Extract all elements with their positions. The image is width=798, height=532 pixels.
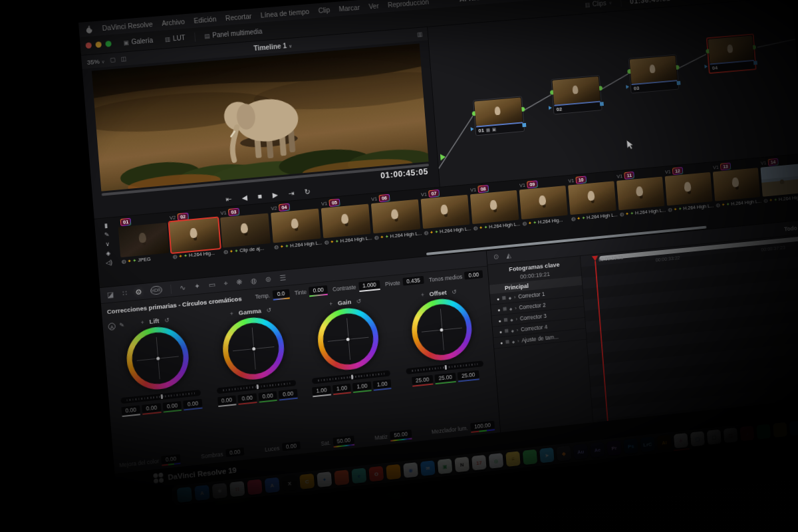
menu-item[interactable]: Reproducción xyxy=(388,0,430,9)
timeline-clip[interactable]: V1 08 ◍ ✦ ✦ H.264 High L... xyxy=(469,182,521,250)
dock-icon-app-blue[interactable] xyxy=(789,420,798,436)
menu-item[interactable]: Clip xyxy=(318,5,330,14)
transport-button[interactable]: ⇥ xyxy=(288,189,295,198)
timeline-clip[interactable]: V2 04 ◍ ✦ ✦ H.264 High L... xyxy=(269,200,323,269)
lift-color-wheel[interactable] xyxy=(124,324,191,392)
dock-icon-fl-studio[interactable]: ◆ xyxy=(557,446,571,462)
timeline-clip[interactable]: V1 13 ◍ ✦ ✦ H.264 High L... xyxy=(712,160,763,227)
clip-thumbnail[interactable] xyxy=(713,168,760,201)
keyframe-icon[interactable]: ▦ xyxy=(504,328,509,333)
close-button[interactable] xyxy=(85,43,92,49)
timeline-clip[interactable]: V1 07 ◍ ✦ ✦ H.264 High L... xyxy=(420,186,473,255)
dock-icon-find-my[interactable]: ◎ xyxy=(489,453,503,469)
clip-thumbnail[interactable] xyxy=(568,181,616,215)
dock-icon-mail[interactable]: ✉ xyxy=(420,460,436,476)
dock-icon-whatsapp[interactable] xyxy=(523,450,537,466)
timeline-clip[interactable]: V1 11 ◍ ✦ ✦ H.264 High L... xyxy=(615,168,667,236)
lut-button[interactable]: ▥LUT xyxy=(162,33,188,45)
dock-icon-telegram[interactable]: ➤ xyxy=(539,448,554,464)
menu-item[interactable]: Recortar xyxy=(225,12,252,22)
tab-curves[interactable]: ∿ xyxy=(180,283,186,293)
dock-icon-firefox[interactable] xyxy=(386,464,401,480)
clip-thumbnail[interactable] xyxy=(760,164,798,197)
node-01[interactable]: 01▦▣ xyxy=(473,96,525,136)
crosshair-icon[interactable]: + xyxy=(329,300,333,307)
timeline-clip[interactable]: V1 14 ◍ ✦ ✦ H.264 High... xyxy=(759,155,798,222)
dock-icon-chrome[interactable]: ◉ xyxy=(403,462,418,478)
timeline-clip[interactable]: V1 09 ◍ ✦ ✦ H.264 Hig... xyxy=(518,177,571,245)
tab-camera-raw[interactable]: ◪ xyxy=(106,290,114,299)
reset-icon[interactable]: ↺ xyxy=(356,297,361,305)
enable-dot-icon[interactable]: ● xyxy=(500,340,503,344)
node-04-selected[interactable]: 04 xyxy=(706,33,757,74)
dock-icon-capcut[interactable]: C xyxy=(299,473,315,489)
monitor-output-button[interactable]: ▭∨ xyxy=(684,0,701,1)
timeline-tool-icon[interactable]: ◈ xyxy=(106,250,111,257)
value-box[interactable]: 0.00 xyxy=(464,270,483,279)
clip-thumbnail[interactable] xyxy=(118,223,170,257)
diamond-icon[interactable]: ◆ xyxy=(508,295,511,300)
diamond-icon[interactable]: ◆ xyxy=(510,317,513,322)
transport-button[interactable]: ▶ xyxy=(272,190,278,200)
tab-color-wheels[interactable]: ⊙ xyxy=(135,287,142,297)
timeline-tool-icon[interactable]: ✎ xyxy=(104,231,109,239)
apple-menu-icon[interactable] xyxy=(85,25,93,34)
dock-icon-photos[interactable]: ✳ xyxy=(674,433,688,448)
tab-power-windows[interactable]: ▭ xyxy=(208,280,215,289)
chevron-right-icon[interactable]: › xyxy=(515,316,517,322)
dock-icon-notes[interactable]: ≡ xyxy=(505,451,520,467)
dock-icon-edge[interactable]: e xyxy=(351,467,366,483)
dock-icon-photoshop[interactable]: Ps xyxy=(624,438,638,454)
viewer-zoom-select[interactable]: 35% ∨ xyxy=(86,57,104,65)
auto-balance-button[interactable]: A xyxy=(108,323,116,331)
reset-icon[interactable]: ↺ xyxy=(266,307,271,314)
dock-icon-finder[interactable] xyxy=(177,487,192,503)
dock-icon-music[interactable]: ♪ xyxy=(740,426,755,441)
menu-item[interactable]: DaVinci Resolve xyxy=(102,20,153,32)
chevron-right-icon[interactable]: › xyxy=(516,327,518,332)
dock-icon-google-meet[interactable]: ▣ xyxy=(438,458,453,474)
timeline-clip[interactable]: V1 10 ◍ ✦ ✦ H.264 High L... xyxy=(567,173,619,241)
viewer-split-icon[interactable]: ◫ xyxy=(120,55,126,63)
dock-icon-launchpad[interactable]: ∷ xyxy=(229,481,245,497)
tab-blur[interactable]: ◍ xyxy=(251,276,257,285)
gallery-button[interactable]: ▣Galería xyxy=(120,35,156,48)
dock-icon-safari[interactable]: ✦ xyxy=(317,471,332,487)
tab-key[interactable]: ⊚ xyxy=(265,275,272,284)
diamond-icon[interactable]: ◆ xyxy=(512,339,515,344)
timeline-tool-icon[interactable]: ∨ xyxy=(105,241,110,248)
value-box[interactable]: 0.00 xyxy=(282,441,301,451)
dock-icon-excel[interactable]: ▢ xyxy=(707,430,722,445)
timeline-clip[interactable]: V1 06 ◍ ✦ ✦ H.264 High L... xyxy=(370,191,423,260)
timeline-clip[interactable]: 01 ◍ ✦ ✦ JPEG xyxy=(117,214,172,284)
crosshair-icon[interactable]: + xyxy=(140,319,144,325)
keyframe-icon[interactable]: ▦ xyxy=(503,306,507,311)
node-03[interactable]: 03 xyxy=(628,55,680,94)
timeline-tool-icon[interactable]: ▮ xyxy=(104,222,108,229)
picker-button[interactable]: ✎ xyxy=(119,322,124,330)
gamma-color-wheel[interactable] xyxy=(221,315,287,382)
gain-color-wheel[interactable] xyxy=(315,305,380,372)
menu-item[interactable]: Marcar xyxy=(338,3,360,13)
clip-thumbnail[interactable] xyxy=(371,200,420,234)
menu-item[interactable]: Ver xyxy=(368,2,379,11)
clip-thumbnail[interactable] xyxy=(519,186,568,219)
dock-icon-word[interactable]: ▢ xyxy=(690,431,705,446)
dock-icon-app-store[interactable]: A xyxy=(194,485,209,501)
dock-icon-powerpoint[interactable]: ▢ xyxy=(724,428,738,443)
zoom-button[interactable] xyxy=(105,41,112,47)
timeline-view-icon[interactable]: ⊙ xyxy=(493,253,499,260)
transport-button[interactable]: ↻ xyxy=(304,188,311,197)
clips-toggle[interactable]: ▥Clips∨ xyxy=(582,0,615,10)
playhead[interactable]: 00:00:19:21 xyxy=(595,261,609,420)
dock-icon-x-twitter[interactable]: X xyxy=(282,475,297,491)
value-box[interactable]: 0.0 xyxy=(272,289,289,298)
enable-dot-icon[interactable]: ● xyxy=(498,318,501,323)
clip-thumbnail[interactable] xyxy=(470,190,519,224)
value-box[interactable]: 0.00 xyxy=(309,285,328,294)
dock-icon-airbnb[interactable] xyxy=(247,479,262,495)
viewer-options-icon[interactable]: ▥ xyxy=(417,31,423,37)
keyframe-timeline[interactable]: 00:00:33:22 00:00:37:23 00:00:19:21 xyxy=(581,233,798,422)
enable-dot-icon[interactable]: ● xyxy=(497,307,501,312)
chevron-right-icon[interactable]: › xyxy=(517,338,519,344)
